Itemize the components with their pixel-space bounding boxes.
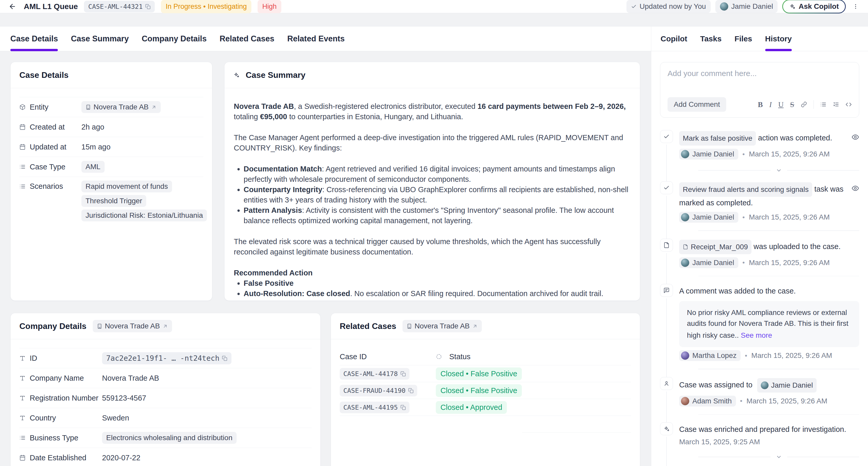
col-status: Status xyxy=(449,352,470,361)
external-link-icon xyxy=(162,323,168,329)
table-row[interactable]: CASE-FRAUD-44190 Closed • False Positive xyxy=(340,382,631,399)
user-name: Jamie Daniel xyxy=(692,150,734,158)
entity-chip[interactable]: Novera Trade AB xyxy=(82,101,161,113)
avatar xyxy=(681,259,689,267)
copy-icon[interactable] xyxy=(145,4,151,9)
event-text: A comment was added to the case. xyxy=(679,285,859,297)
table-row[interactable]: CASE-AML-44195 Closed • Approved xyxy=(340,399,631,415)
calendar-icon xyxy=(20,124,26,130)
chevron-down-icon[interactable] xyxy=(776,454,782,460)
external-link-icon xyxy=(151,105,157,110)
avatar xyxy=(681,150,689,158)
tab-company-details[interactable]: Company Details xyxy=(142,27,207,51)
user-pill[interactable]: Adam Smith xyxy=(679,396,736,407)
entity-chip[interactable]: Novera Trade AB xyxy=(402,320,482,332)
table-row[interactable]: CASE-AML-44178 Closed • False Positive xyxy=(340,365,631,382)
divider xyxy=(698,414,859,415)
back-arrow-icon[interactable] xyxy=(7,1,18,12)
event-text: action was completed. xyxy=(756,134,832,142)
strikethrough-icon[interactable]: S xyxy=(790,100,794,109)
status-badge: In Progress • Investigating xyxy=(161,0,251,13)
task-chip[interactable]: Review fraud alerts and scoring signals xyxy=(679,182,812,197)
priority-badge: High xyxy=(257,0,281,13)
updated-at-value: 15m ago xyxy=(82,143,111,151)
company-id-chip[interactable]: 7ac2e2e1-19f1- … -nt24tech xyxy=(102,352,231,365)
bullet-list-icon[interactable] xyxy=(820,101,827,108)
sparkles-icon xyxy=(660,422,673,435)
external-link-icon xyxy=(472,323,478,329)
user-pill[interactable]: Jamie Daniel xyxy=(679,257,738,268)
dashed-circle-icon xyxy=(436,353,442,360)
row-label-text: ID xyxy=(30,354,37,362)
comment-input[interactable]: Add your comment here... xyxy=(668,69,852,78)
chevron-down-icon[interactable] xyxy=(776,167,782,174)
history-item-case-enriched: Case was enriched and prepared for inves… xyxy=(660,422,859,466)
divider xyxy=(698,369,859,369)
recommendation-item: Auto-Resolution: Case closed. No escalat… xyxy=(244,288,630,299)
see-more-link[interactable]: See more xyxy=(741,330,772,341)
copy-icon[interactable] xyxy=(222,356,227,361)
assignee-name: Jamie Daniel xyxy=(771,379,813,391)
main-layout: Case Details Case Summary Company Detail… xyxy=(0,13,868,466)
user-pill[interactable]: Jamie Daniel xyxy=(679,212,738,223)
timestamp: March 15, 2025, 9:25 AM xyxy=(679,438,859,446)
row-business-type: Business Type Electronics wholesaling an… xyxy=(20,428,312,448)
tab-copilot[interactable]: Copilot xyxy=(660,27,687,51)
code-icon[interactable] xyxy=(845,101,852,108)
updated-pill: Updated now by You xyxy=(626,0,711,13)
page-title: AML L1 Queue xyxy=(24,2,78,11)
row-label-text: Date Established xyxy=(30,454,86,462)
tab-case-summary[interactable]: Case Summary xyxy=(71,27,129,51)
event-text: Case was enriched and prepared for inves… xyxy=(679,423,859,435)
summary-paragraph: The Case Manager Agent performed a deep-… xyxy=(234,133,630,153)
file-chip[interactable]: Receipt_Mar_009 xyxy=(679,240,751,254)
company-name-value: Novera Trade AB xyxy=(102,374,159,382)
summary-paragraph: Novera Trade AB, a Swedish-registered el… xyxy=(234,101,630,122)
copy-icon[interactable] xyxy=(400,371,406,377)
entity-chip[interactable]: Novera Trade AB xyxy=(93,320,172,332)
tab-case-details[interactable]: Case Details xyxy=(10,27,58,51)
related-case-id-chip[interactable]: CASE-AML-44195 xyxy=(340,402,409,413)
bold-icon[interactable]: B xyxy=(758,100,763,109)
related-case-id-chip[interactable]: CASE-AML-44178 xyxy=(340,368,409,380)
copy-icon[interactable] xyxy=(400,405,406,410)
italic-icon[interactable]: I xyxy=(769,100,772,109)
action-chip[interactable]: Mark as false positive xyxy=(679,131,756,146)
underline-icon[interactable]: U xyxy=(778,100,783,109)
case-summary-body: Novera Trade AB, a Swedish-registered el… xyxy=(224,88,640,299)
assignee-chip[interactable]: Jamie Daniel xyxy=(757,378,816,392)
sparkles-icon xyxy=(233,72,240,78)
kebab-menu-icon[interactable] xyxy=(850,1,861,12)
related-case-id-chip[interactable]: CASE-FRAUD-44190 xyxy=(340,385,417,397)
assignee-name: Jamie Daniel xyxy=(731,2,773,10)
ordered-list-icon[interactable] xyxy=(833,101,839,108)
collapse-divider xyxy=(698,454,859,460)
related-case-id: CASE-AML-44178 xyxy=(343,370,398,378)
tab-related-events[interactable]: Related Events xyxy=(287,27,345,51)
tab-tasks[interactable]: Tasks xyxy=(700,27,721,51)
add-comment-button[interactable]: Add Comment xyxy=(668,97,726,112)
timestamp: March 15, 2025, 9:26 AM xyxy=(747,397,828,405)
business-type-chip: Electronics wholesaling and distribution xyxy=(102,432,237,444)
ask-copilot-button[interactable]: Ask Copilot xyxy=(782,0,846,13)
row-label-text: Company Name xyxy=(30,374,84,382)
scenario-chip: Jurisdictional Risk: Estonia/Lithuania xyxy=(82,209,207,221)
tab-related-cases[interactable]: Related Cases xyxy=(220,27,274,51)
case-details-header: Case Details xyxy=(10,62,212,88)
related-cases-header: Related Cases Novera Trade AB xyxy=(331,313,640,339)
user-pill[interactable]: Jamie Daniel xyxy=(679,149,738,159)
tab-files[interactable]: Files xyxy=(735,27,752,51)
tab-history[interactable]: History xyxy=(765,27,792,51)
copy-icon[interactable] xyxy=(408,388,413,393)
assignee-pill[interactable]: Jamie Daniel xyxy=(715,0,778,13)
link-icon[interactable] xyxy=(801,101,807,108)
related-cases-card: Related Cases Novera Trade AB Case ID St… xyxy=(331,313,640,466)
composer-footer: Add Comment B I U S xyxy=(668,97,852,112)
row-entity: Entity Novera Trade AB xyxy=(20,97,203,117)
case-id-badge[interactable]: CASE-AML-44321 xyxy=(84,1,155,12)
user-pill[interactable]: Martha Lopez xyxy=(679,350,741,361)
history-item-comment-added: A comment was added to the case. No prio… xyxy=(660,284,859,377)
case-id-text: CASE-AML-44321 xyxy=(88,3,143,10)
eye-icon[interactable] xyxy=(851,133,859,141)
eye-icon[interactable] xyxy=(851,184,859,192)
